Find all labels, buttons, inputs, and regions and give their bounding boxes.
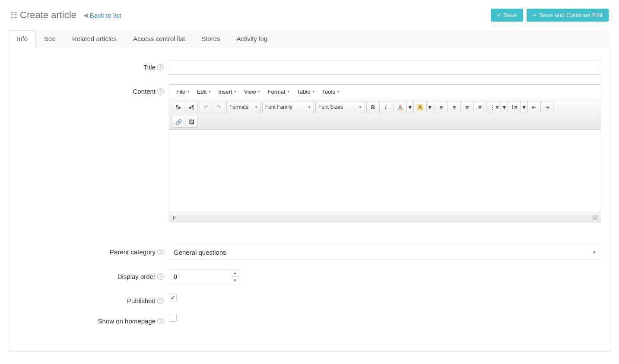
back-to-list-link[interactable]: ◀ Back to list [83, 12, 121, 19]
help-icon[interactable]: ? [157, 298, 164, 304]
bg-color-dropdown[interactable]: ▼ [426, 101, 433, 113]
bullet-list-dropdown[interactable]: ▼ [501, 101, 508, 113]
number-list-icon: 1≡ [511, 104, 517, 111]
label-homepage: Show on homepage ? [18, 314, 169, 325]
resize-handle-icon[interactable] [592, 215, 597, 220]
ltr-button[interactable]: ¶▸ [172, 101, 185, 113]
row-parent-category: Parent category ? General questions ▼ [18, 245, 601, 260]
tab-seo[interactable]: Seo [36, 30, 64, 47]
caret-down-icon: ▼ [427, 104, 433, 111]
caret-down-icon: ▼ [312, 90, 315, 94]
save-label: Save [503, 12, 517, 19]
rich-text-editor: File▼ Edit▼ Insert▼ View▼ Format▼ Table▼… [169, 84, 601, 222]
font-sizes-select[interactable]: Font Sizes▼ [315, 101, 365, 113]
check-circle-icon: ✔ [533, 12, 537, 18]
editor-content-area[interactable] [169, 130, 601, 212]
label-title: Title ? [18, 60, 169, 71]
parent-category-select[interactable]: General questions ▼ [169, 245, 601, 260]
menu-file[interactable]: File▼ [174, 87, 193, 96]
help-icon[interactable]: ? [157, 88, 164, 95]
homepage-checkbox[interactable] [169, 314, 177, 322]
undo-button[interactable]: ↶ [199, 101, 212, 113]
text-color-dropdown[interactable]: ▼ [406, 101, 413, 113]
undo-icon: ↶ [203, 104, 208, 111]
pilcrow-ltr-icon: ¶▸ [176, 104, 182, 111]
field-title [169, 60, 601, 75]
indent-button[interactable]: ⇥ [540, 101, 553, 113]
bg-color-icon: A [417, 104, 423, 111]
image-button[interactable]: 🖼 [185, 116, 198, 128]
field-parent-category: General questions ▼ [169, 245, 601, 260]
group-color: A ▼ A ▼ [394, 101, 433, 113]
help-icon[interactable]: ? [157, 249, 164, 255]
align-left-button[interactable]: ≡ [435, 101, 448, 113]
formats-select[interactable]: Formats▼ [226, 101, 261, 113]
tab-acl[interactable]: Access control list [125, 30, 193, 47]
page-title: ☷ Create article [10, 9, 76, 21]
save-continue-button[interactable]: ✔ Save and Continue Edit [527, 9, 609, 22]
rtl-button[interactable]: ◂¶ [185, 101, 198, 113]
tab-stores[interactable]: Stores [193, 30, 228, 47]
label-homepage-text: Show on homepage [98, 317, 156, 325]
spinner-down-button[interactable]: ▼ [230, 277, 240, 284]
menu-tools[interactable]: Tools▼ [320, 87, 343, 96]
editor-element-path: p [173, 214, 176, 220]
bullet-list-button[interactable]: ⋮≡ [488, 101, 501, 113]
spinner: ▲ ▼ [230, 270, 240, 284]
published-checkbox[interactable] [169, 294, 177, 301]
bg-color-button[interactable]: A [413, 101, 426, 113]
tab-info[interactable]: Info [9, 30, 36, 47]
number-list-button[interactable]: 1≡ [508, 101, 521, 113]
caret-down-icon: ▼ [336, 90, 340, 94]
save-button[interactable]: ✔ Save [491, 9, 523, 22]
caret-down-icon: ▼ [254, 105, 258, 109]
tab-related-articles[interactable]: Related articles [64, 30, 125, 47]
text-color-button[interactable]: A [394, 101, 406, 113]
redo-button[interactable]: ↷ [212, 101, 225, 113]
editor-menubar: File▼ Edit▼ Insert▼ View▼ Format▼ Table▼… [169, 85, 601, 99]
spinner-up-button[interactable]: ▲ [230, 270, 240, 277]
row-content: Content ? File▼ Edit▼ Insert▼ View▼ Form… [18, 84, 601, 222]
label-parent-category: Parent category ? [18, 245, 169, 256]
align-right-button[interactable]: ≡ [460, 101, 473, 113]
row-title: Title ? [18, 60, 601, 75]
bold-button[interactable]: B [366, 101, 379, 113]
check-icon: ✔ [497, 12, 501, 18]
outdent-button[interactable]: ⇤ [527, 101, 540, 113]
menu-view[interactable]: View▼ [241, 87, 263, 96]
menu-format[interactable]: Format▼ [265, 87, 293, 96]
number-list-dropdown[interactable]: ▼ [521, 101, 527, 113]
help-icon[interactable]: ? [157, 64, 164, 70]
tab-panel-info: Title ? Content ? File▼ Edit▼ Insert▼ Vi… [9, 47, 610, 352]
group-bold-italic: B I [366, 101, 392, 113]
menu-edit[interactable]: Edit▼ [194, 87, 214, 96]
label-content: Content ? [18, 84, 169, 95]
italic-button[interactable]: I [379, 101, 392, 113]
align-center-icon: ≡ [453, 104, 456, 111]
caret-up-icon: ▲ [233, 271, 237, 275]
help-icon[interactable]: ? [157, 318, 164, 324]
align-left-icon: ≡ [440, 104, 443, 111]
tab-activity-log[interactable]: Activity log [229, 30, 276, 47]
menu-insert[interactable]: Insert▼ [216, 87, 239, 96]
page-header: ☷ Create article ◀ Back to list ✔ Save ✔… [9, 9, 610, 22]
group-undo: ↶ ↷ [199, 101, 225, 113]
font-family-select[interactable]: Font Family▼ [262, 101, 314, 113]
back-arrow-icon: ◀ [83, 12, 88, 19]
title-input[interactable] [169, 60, 601, 75]
indent-icon: ⇥ [545, 104, 549, 111]
caret-down-icon: ▼ [359, 105, 362, 109]
group-align: ≡ ≡ ≡ ≡ [435, 101, 486, 113]
page-title-text: Create article [20, 9, 76, 21]
align-center-button[interactable]: ≡ [448, 101, 460, 113]
caret-down-icon: ▼ [287, 90, 290, 94]
link-button[interactable]: 🔗 [172, 116, 185, 128]
caret-down-icon: ▼ [308, 105, 311, 109]
caret-down-icon: ▼ [234, 90, 237, 94]
help-icon[interactable]: ? [157, 273, 164, 280]
display-order-input[interactable] [169, 270, 230, 284]
align-right-icon: ≡ [466, 104, 469, 111]
article-icon: ☷ [10, 10, 17, 20]
menu-table[interactable]: Table▼ [295, 87, 318, 96]
align-justify-button[interactable]: ≡ [473, 101, 486, 113]
